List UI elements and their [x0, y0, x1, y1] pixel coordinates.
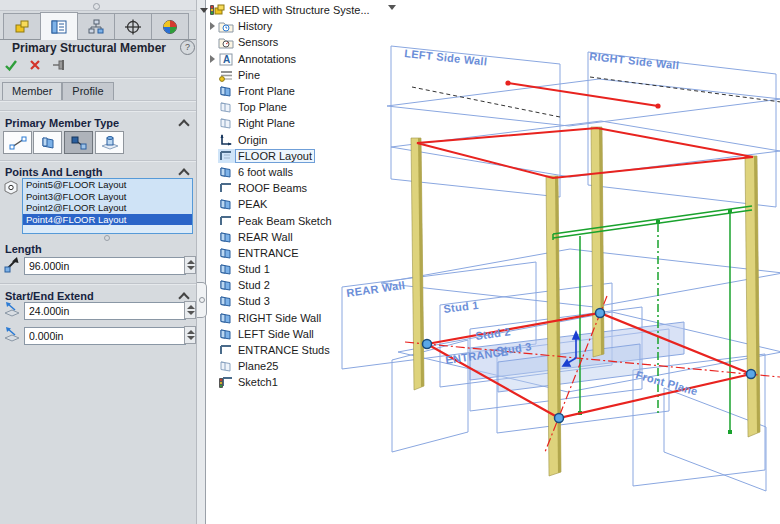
- face-plane-member-button[interactable]: [95, 131, 124, 154]
- manager-tab-strip: [0, 11, 196, 40]
- plane-icon: [218, 197, 235, 211]
- reference-planes[interactable]: [342, 46, 780, 491]
- tree-item-plane25[interactable]: Plane25: [198, 358, 398, 374]
- label-right-side-wall: RIGHT Side Wall: [589, 50, 680, 71]
- tree-item-front-plane[interactable]: Front Plane: [198, 83, 398, 99]
- pin-button[interactable]: [52, 58, 68, 72]
- panel-top-handle[interactable]: [0, 0, 196, 11]
- tree-root[interactable]: SHED with Structure Syste...: [198, 2, 398, 18]
- point-selection-icon: [3, 180, 19, 199]
- length-stepper[interactable]: [184, 256, 196, 274]
- collapse-arrow-icon[interactable]: [198, 8, 209, 13]
- dimxpertmanager-tab[interactable]: [114, 13, 152, 39]
- solidworks-window: { "property_manager": { "title": "Primar…: [0, 0, 780, 524]
- plane-icon: [218, 327, 235, 341]
- tree-item-entrance[interactable]: ENTRANCE: [198, 245, 398, 261]
- displaymanager-tab[interactable]: [151, 13, 189, 39]
- tree-item-peak[interactable]: PEAK: [198, 196, 398, 212]
- sketch-icon: [218, 149, 235, 163]
- tree-item-6-foot-walls[interactable]: 6 foot walls: [198, 164, 398, 180]
- collapse-chevron-icon[interactable]: [178, 119, 189, 130]
- tree-item-pine[interactable]: Pine: [198, 67, 398, 83]
- page-title: Primary Structural Member: [0, 41, 178, 55]
- plane-outline-icon: [218, 359, 235, 373]
- tree-item-sketch1[interactable]: Sketch1: [198, 374, 398, 390]
- path-segment-member-button[interactable]: [3, 131, 32, 154]
- tab-member[interactable]: Member: [2, 82, 62, 101]
- tree-item-rear-wall[interactable]: REAR Wall: [198, 229, 398, 245]
- featuremanager-tab[interactable]: [3, 13, 41, 39]
- expand-arrow-icon[interactable]: [207, 22, 218, 30]
- tree-item-stud-3[interactable]: Stud 3: [198, 293, 398, 309]
- plane-icon: [218, 294, 235, 308]
- configurationmanager-tab[interactable]: [77, 13, 115, 39]
- start-extend-stepper[interactable]: [184, 301, 196, 319]
- end-extend-stepper[interactable]: [184, 326, 196, 344]
- display-pane-toggle-icon[interactable]: [388, 5, 396, 10]
- annotations-folder-icon: A: [218, 52, 235, 66]
- plane-outline-icon: [218, 100, 235, 114]
- tree-item-history[interactable]: History: [198, 18, 398, 34]
- tree-item-floor-layout[interactable]: FLOOR Layout: [198, 148, 398, 164]
- plane-icon: [218, 311, 235, 325]
- end-extend-input[interactable]: [24, 327, 186, 345]
- tree-item-annotations[interactable]: A Annotations: [198, 51, 398, 67]
- reference-plane-member-button[interactable]: [33, 131, 62, 154]
- tree-item-roof-beams[interactable]: ROOF Beams: [198, 180, 398, 196]
- tree-item-right-plane[interactable]: Right Plane: [198, 115, 398, 131]
- tree-item-peak-beam-sketch[interactable]: Peak Beam Sketch: [198, 212, 398, 228]
- tree-item-top-plane[interactable]: Top Plane: [198, 99, 398, 115]
- label-left-side-wall: LEFT Side Wall: [404, 47, 488, 68]
- green-wall-sketch[interactable]: [553, 206, 752, 434]
- peak-plane: [387, 79, 780, 126]
- propertymanager-tab[interactable]: [40, 12, 78, 40]
- cancel-button[interactable]: [28, 58, 42, 72]
- sketch-icon: [218, 181, 235, 195]
- property-manager-panel: Primary Structural Member ? MemberProfil…: [0, 0, 196, 524]
- list-item[interactable]: Point3@FLOOR Layout: [23, 191, 192, 203]
- material-icon: [218, 68, 235, 82]
- start-extend-input[interactable]: [24, 302, 186, 320]
- point-length-member-button[interactable]: [64, 131, 93, 154]
- tree-item-stud-1[interactable]: Stud 1: [198, 261, 398, 277]
- section-primary-member-type[interactable]: Primary Member Type: [0, 114, 196, 132]
- ok-button[interactable]: [4, 58, 18, 72]
- length-input[interactable]: [24, 257, 186, 275]
- tree-item-left-side-wall[interactable]: LEFT Side Wall: [198, 326, 398, 342]
- help-icon[interactable]: ?: [180, 40, 195, 55]
- plane-icon: [218, 278, 235, 292]
- plane-icon: [218, 165, 235, 179]
- plane-icon: [218, 262, 235, 276]
- sketch-trafficlight-icon: [218, 375, 235, 389]
- tree-item-entrance-studs[interactable]: ENTRANCE Studs: [198, 342, 398, 358]
- tab-profile[interactable]: Profile: [62, 82, 113, 101]
- part-icon: [209, 3, 226, 17]
- plane-icon: [218, 230, 235, 244]
- sketch-icon: [218, 214, 235, 228]
- length-label: Length: [5, 243, 42, 255]
- sketch-icon: [218, 343, 235, 357]
- length-icon: [3, 256, 20, 277]
- label-stud1: Stud 1: [443, 299, 480, 315]
- svg-text:A: A: [223, 54, 230, 65]
- feature-tree: SHED with Structure Syste... History Sen…: [198, 2, 398, 391]
- start-extend-icon: [3, 301, 20, 322]
- plane-icon: [218, 246, 235, 260]
- end-extend-icon: [3, 326, 20, 347]
- plane-outline-icon: [218, 116, 235, 130]
- points-listbox[interactable]: Point5@FLOOR Layout Point3@FLOOR Layout …: [22, 178, 193, 234]
- tree-item-stud-2[interactable]: Stud 2: [198, 277, 398, 293]
- plane-icon: [218, 84, 235, 98]
- tree-item-origin[interactable]: Origin: [198, 132, 398, 148]
- member-profile-tabs: MemberProfile: [2, 82, 114, 100]
- tree-item-sensors[interactable]: Sensors: [198, 34, 398, 50]
- sensors-folder-icon: [218, 35, 235, 49]
- expand-arrow-icon[interactable]: [207, 55, 218, 63]
- listbox-resize-handle[interactable]: [104, 235, 110, 241]
- origin-icon: [218, 133, 235, 147]
- tree-item-right-side-wall[interactable]: RIGHT Side Wall: [198, 310, 398, 326]
- list-item-selected[interactable]: Point4@FLOOR Layout: [23, 214, 192, 226]
- list-item[interactable]: Point2@FLOOR Layout: [23, 202, 192, 214]
- roof-beam-rectangle: [417, 128, 753, 178]
- list-item[interactable]: Point5@FLOOR Layout: [23, 179, 192, 191]
